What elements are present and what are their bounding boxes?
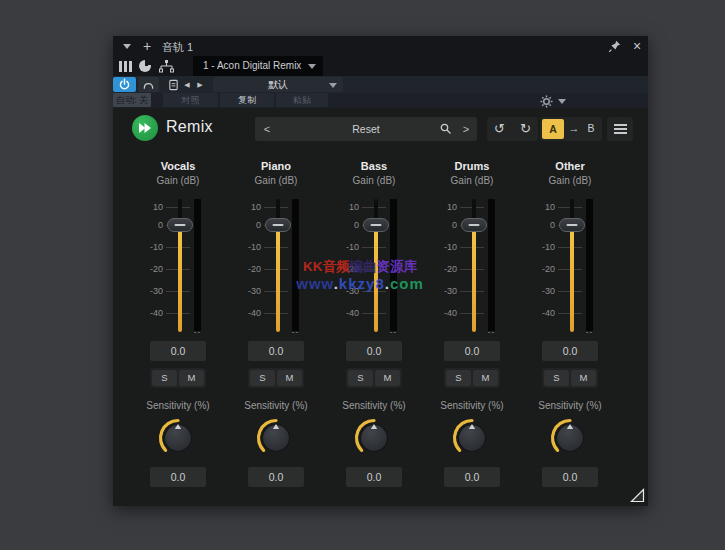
meter-peak: -- — [484, 327, 499, 336]
mute-button[interactable]: M — [179, 370, 204, 386]
channel-name: Piano — [227, 160, 325, 172]
meter-peak: -- — [582, 327, 597, 336]
power-button[interactable] — [113, 77, 136, 92]
chevron-down-icon — [329, 83, 337, 88]
chevron-down-icon[interactable] — [123, 44, 131, 49]
sensitivity-value[interactable]: 0.0 — [248, 467, 304, 487]
next-preset-button[interactable]: ▶ — [194, 77, 206, 92]
solo-button[interactable]: S — [446, 370, 471, 386]
fader-fill — [276, 225, 280, 332]
solo-button[interactable]: S — [152, 370, 177, 386]
channel-strips: Vocals Gain (dB) 10 0 -10 -20 -30 -40 --… — [129, 158, 619, 493]
sensitivity-label: Sensitivity (%) — [521, 400, 619, 411]
fader-handle[interactable] — [363, 218, 389, 232]
plugin-window: + 音轨 1 × 1 - Acon Digital Remix — [113, 36, 648, 506]
solo-button[interactable]: S — [348, 370, 373, 386]
sensitivity-value[interactable]: 0.0 — [542, 467, 598, 487]
prev-preset-button[interactable]: ◀ — [181, 77, 193, 92]
scale-label: 10 — [235, 202, 261, 212]
mute-button[interactable]: M — [473, 370, 498, 386]
gain-value[interactable]: 0.0 — [346, 341, 402, 361]
gain-value[interactable]: 0.0 — [150, 341, 206, 361]
tab-row: 1 - Acon Digital Remix — [113, 56, 648, 76]
fader-handle[interactable] — [167, 218, 193, 232]
scale-label: -40 — [333, 308, 359, 318]
search-icon[interactable] — [439, 122, 453, 136]
ab-a-button[interactable]: A — [542, 119, 564, 139]
gain-value[interactable]: 0.0 — [542, 341, 598, 361]
gain-value[interactable]: 0.0 — [444, 341, 500, 361]
chevron-down-icon[interactable] — [558, 99, 566, 104]
chevron-down-icon — [308, 64, 316, 69]
sensitivity-knob[interactable] — [547, 414, 593, 460]
scale-label: -40 — [431, 308, 457, 318]
gain-label: Gain (dB) — [423, 175, 521, 186]
channel-strip: Bass Gain (dB) 10 0 -10 -20 -30 -40 -- 0… — [325, 158, 423, 490]
mute-button[interactable]: M — [571, 370, 596, 386]
fader-handle[interactable] — [265, 218, 291, 232]
level-meter — [194, 199, 201, 331]
sensitivity-knob[interactable] — [449, 414, 495, 460]
level-meter — [586, 199, 593, 331]
scale-label: 10 — [137, 202, 163, 212]
paste-button[interactable]: 粘贴 — [276, 93, 328, 107]
preset-dropdown[interactable]: 默认 — [213, 77, 343, 92]
ab-copy-arrow[interactable]: → — [566, 117, 582, 140]
menu-button[interactable] — [607, 117, 633, 141]
mute-button[interactable]: M — [375, 370, 400, 386]
fader-handle[interactable] — [559, 218, 585, 232]
undo-icon[interactable]: ↺ — [487, 117, 512, 141]
sensitivity-knob[interactable] — [253, 414, 299, 460]
tab-plugin[interactable]: 1 - Acon Digital Remix — [193, 56, 323, 76]
window-titlebar: + 音轨 1 × — [113, 36, 648, 56]
solo-button[interactable]: S — [544, 370, 569, 386]
gain-label: Gain (dB) — [325, 175, 423, 186]
automation-button[interactable]: 自动: 关 — [113, 93, 151, 107]
sensitivity-value[interactable]: 0.0 — [346, 467, 402, 487]
pan-icon[interactable] — [137, 58, 153, 74]
sensitivity-value[interactable]: 0.0 — [444, 467, 500, 487]
sensitivity-label: Sensitivity (%) — [129, 400, 227, 411]
scale-label: 10 — [431, 202, 457, 212]
gain-value[interactable]: 0.0 — [248, 341, 304, 361]
meter-peak: -- — [288, 327, 303, 336]
meter-peak: -- — [386, 327, 401, 336]
ab-b-button[interactable]: B — [582, 117, 600, 140]
plugin-toolbar-row2: 自动: 关 对照 复制 粘贴 — [113, 93, 648, 108]
preset-file-icon[interactable] — [165, 77, 181, 92]
sensitivity-knob[interactable] — [351, 414, 397, 460]
plugin-title: Remix — [166, 118, 213, 136]
pin-icon[interactable] — [608, 39, 622, 53]
gain-fader-area: 10 0 -10 -20 -30 -40 -- — [129, 194, 227, 342]
channel-strip: Piano Gain (dB) 10 0 -10 -20 -30 -40 -- … — [227, 158, 325, 490]
scale-label: 10 — [333, 202, 359, 212]
plugin-preset-bar[interactable]: < Reset > — [255, 117, 477, 141]
scale-label: -40 — [529, 308, 555, 318]
scale-label: -40 — [137, 308, 163, 318]
copy-button[interactable]: 复制 — [220, 93, 274, 107]
sensitivity-knob[interactable] — [155, 414, 201, 460]
tab-label: 1 - Acon Digital Remix — [203, 56, 301, 76]
channel-name: Vocals — [129, 160, 227, 172]
scale-label: -20 — [235, 264, 261, 274]
close-icon[interactable]: × — [629, 38, 645, 54]
gain-label: Gain (dB) — [521, 175, 619, 186]
compare-button[interactable]: 对照 — [163, 93, 218, 107]
mute-button[interactable]: M — [277, 370, 302, 386]
solo-mute-group: S M — [150, 368, 206, 388]
plugin-body: Remix < Reset > ↺ ↻ A → B Vocals Gain (d… — [113, 108, 648, 506]
sensitivity-value[interactable]: 0.0 — [150, 467, 206, 487]
channel-strip-icon[interactable] — [116, 58, 134, 74]
solo-button[interactable]: S — [250, 370, 275, 386]
redo-icon[interactable]: ↻ — [513, 117, 538, 141]
scale-label: -20 — [529, 264, 555, 274]
gear-icon[interactable] — [540, 94, 553, 107]
add-button[interactable]: + — [143, 38, 151, 54]
routing-icon[interactable] — [156, 58, 176, 74]
resize-handle[interactable] — [630, 488, 645, 503]
fader-handle[interactable] — [461, 218, 487, 232]
channel-strip: Drums Gain (dB) 10 0 -10 -20 -30 -40 -- … — [423, 158, 521, 490]
gain-label: Gain (dB) — [129, 175, 227, 186]
preset-next-button[interactable]: > — [459, 117, 473, 141]
bypass-button[interactable] — [138, 77, 159, 92]
